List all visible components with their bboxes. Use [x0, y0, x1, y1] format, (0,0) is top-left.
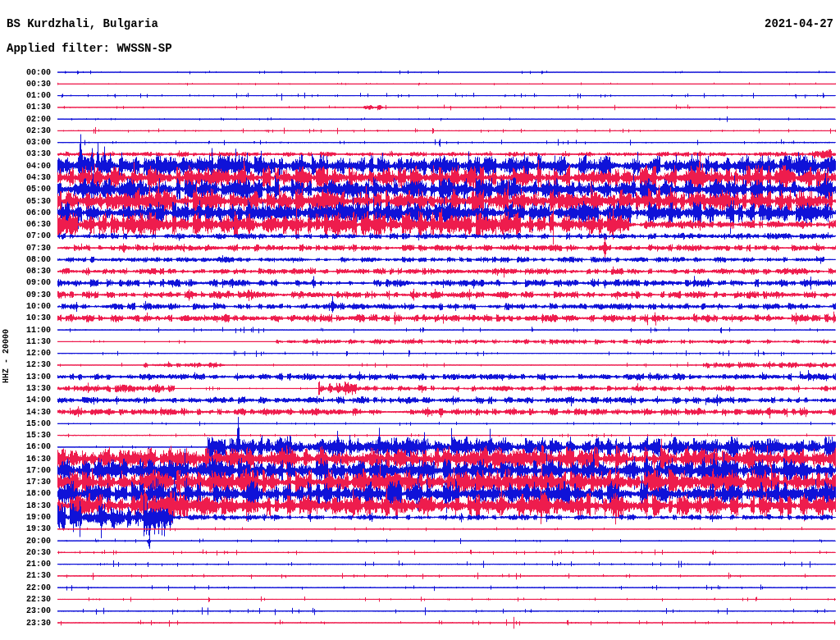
- time-label: 16:00: [0, 442, 51, 451]
- time-label: 14:00: [0, 395, 51, 405]
- time-label: 07:30: [0, 244, 51, 253]
- time-label: 06:00: [0, 208, 51, 217]
- time-label: 04:00: [0, 162, 51, 171]
- time-label: 09:30: [0, 290, 51, 299]
- time-label: 19:00: [0, 513, 51, 522]
- time-label: 18:00: [0, 489, 51, 498]
- time-label: 23:30: [0, 619, 51, 628]
- time-label: 01:00: [0, 91, 51, 100]
- time-label: 14:30: [0, 408, 51, 417]
- time-label: 00:00: [0, 68, 51, 77]
- time-label: 12:00: [0, 349, 51, 358]
- time-label: 06:30: [0, 220, 51, 229]
- time-label: 13:30: [0, 384, 51, 393]
- time-label: 22:00: [0, 583, 51, 592]
- time-label: 17:00: [0, 466, 51, 475]
- time-label: 03:00: [0, 138, 51, 147]
- time-label: 20:00: [0, 537, 51, 546]
- time-label: 05:00: [0, 185, 51, 194]
- time-label: 16:30: [0, 455, 51, 464]
- time-label: 03:30: [0, 149, 51, 158]
- time-label: 10:30: [0, 313, 51, 322]
- time-label: 15:00: [0, 419, 51, 428]
- time-label: 01:30: [0, 103, 51, 112]
- time-label: 23:00: [0, 606, 51, 615]
- time-label: 04:30: [0, 173, 51, 182]
- time-label: 22:30: [0, 595, 51, 604]
- time-label: 05:30: [0, 197, 51, 206]
- time-axis: 00:0000:3001:0001:3002:0002:3003:0003:30…: [0, 0, 51, 640]
- helicorder-page: BS Kurdzhali, Bulgaria 2021-04-27 Applie…: [0, 0, 840, 640]
- time-label: 02:00: [0, 115, 51, 124]
- time-label: 20:30: [0, 548, 51, 557]
- time-label: 12:30: [0, 360, 51, 369]
- time-label: 13:00: [0, 373, 51, 382]
- time-label: 08:00: [0, 255, 51, 264]
- helicorder-canvas: [0, 0, 840, 640]
- time-label: 11:30: [0, 337, 51, 346]
- date-label: 2021-04-27: [765, 17, 833, 30]
- time-label: 21:30: [0, 571, 51, 580]
- time-label: 11:00: [0, 326, 51, 335]
- time-label: 17:30: [0, 478, 51, 487]
- time-label: 15:30: [0, 431, 51, 440]
- time-label: 08:30: [0, 267, 51, 276]
- time-label: 09:00: [0, 278, 51, 287]
- time-label: 19:30: [0, 524, 51, 533]
- time-label: 02:30: [0, 126, 51, 135]
- time-label: 00:30: [0, 80, 51, 89]
- time-label: 21:00: [0, 560, 51, 569]
- time-label: 18:30: [0, 501, 51, 510]
- time-label: 10:00: [0, 302, 51, 311]
- time-label: 07:00: [0, 231, 51, 240]
